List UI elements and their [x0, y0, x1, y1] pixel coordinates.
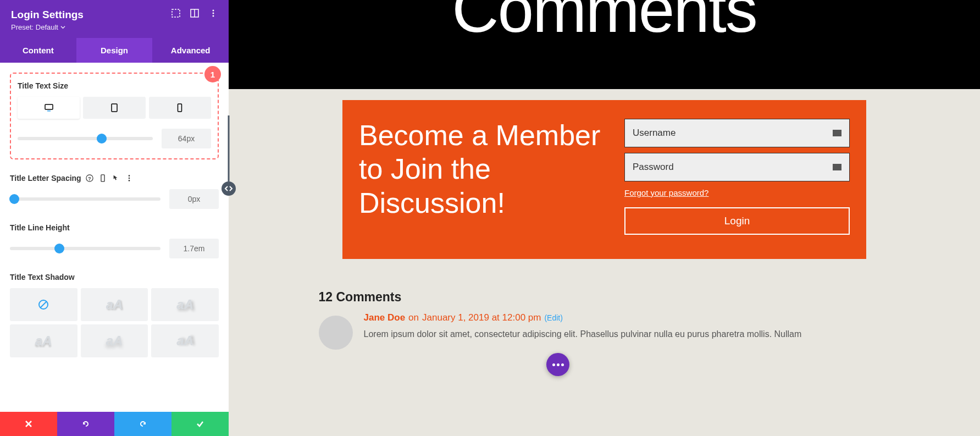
highlighted-setting: 1 Title Text Size — [10, 73, 219, 159]
username-input[interactable]: Username — [624, 119, 850, 147]
svg-point-13 — [128, 175, 130, 176]
letter-spacing-slider[interactable] — [10, 197, 160, 201]
svg-point-3 — [213, 10, 214, 12]
hero-section: Comments — [229, 0, 980, 89]
device-phone[interactable] — [149, 97, 211, 119]
autofill-icon — [833, 130, 841, 136]
tab-content[interactable]: Content — [0, 38, 76, 63]
login-button[interactable]: Login — [624, 207, 850, 235]
letter-spacing-value[interactable]: 0px — [169, 189, 219, 209]
device-tablet[interactable] — [83, 97, 145, 119]
comment-edit-link[interactable]: (Edit) — [544, 313, 562, 322]
comment-date: January 1, 2019 at 12:00 pm — [422, 312, 541, 323]
comments-section: 12 Comments Jane Doe on January 1, 2019 … — [308, 290, 901, 350]
tab-advanced[interactable]: Advanced — [152, 38, 229, 63]
none-icon — [38, 299, 49, 310]
help-icon[interactable]: ? — [86, 174, 93, 182]
check-icon — [196, 420, 204, 428]
comment-on: on — [408, 312, 419, 323]
svg-rect-8 — [112, 104, 117, 112]
shadow-preset-2[interactable]: aA — [151, 288, 219, 321]
more-icon[interactable] — [209, 9, 218, 18]
svg-rect-6 — [45, 104, 53, 109]
undo-icon — [81, 420, 90, 428]
svg-rect-12 — [101, 175, 104, 181]
desktop-icon — [45, 103, 53, 112]
cta-heading: Become a Member to Join the Discussion! — [359, 119, 602, 220]
password-input[interactable]: Password — [624, 153, 850, 181]
panel-title: Login Settings — [11, 9, 84, 21]
autofill-icon — [833, 164, 841, 170]
responsive-icon[interactable] — [99, 174, 107, 182]
svg-point-14 — [128, 178, 130, 179]
letter-spacing-label: Title Letter Spacing ? — [10, 174, 219, 183]
hero-title: Comments — [452, 0, 756, 32]
line-height-slider[interactable] — [10, 247, 160, 250]
text-shadow-label: Title Text Shadow — [10, 273, 219, 282]
tab-design[interactable]: Design — [76, 38, 153, 63]
save-button[interactable] — [171, 412, 229, 436]
comment-body: Lorem ipsum dolor sit amet, consectetur … — [364, 328, 890, 341]
more-options-icon[interactable] — [125, 174, 133, 182]
tablet-icon — [110, 103, 119, 112]
svg-rect-0 — [172, 9, 180, 17]
comments-count: 12 Comments — [319, 290, 890, 305]
panel-header: Login Settings Preset: Default — [0, 0, 229, 38]
resize-icon — [224, 184, 233, 193]
text-size-label: Title Text Size — [18, 81, 211, 90]
shadow-preset-4[interactable]: aA — [81, 324, 148, 357]
svg-point-5 — [213, 15, 214, 17]
text-size-value[interactable]: 64px — [162, 129, 211, 148]
line-height-value[interactable]: 1.7em — [169, 239, 219, 258]
svg-point-15 — [128, 180, 130, 181]
shadow-none[interactable] — [10, 288, 77, 321]
shadow-preset-1[interactable]: aA — [81, 288, 148, 321]
comment-author[interactable]: Jane Doe — [364, 312, 406, 323]
resize-handle[interactable] — [222, 181, 236, 196]
svg-text:?: ? — [88, 176, 91, 181]
undo-button[interactable] — [57, 412, 114, 436]
panel-body: 1 Title Text Size — [0, 63, 229, 412]
hover-icon[interactable] — [112, 174, 120, 182]
shadow-preset-3[interactable]: aA — [10, 324, 77, 357]
phone-icon — [175, 103, 184, 112]
expand-icon[interactable] — [171, 9, 180, 18]
close-icon — [24, 420, 33, 428]
avatar — [319, 316, 353, 350]
text-shadow-grid: aA aA aA aA aA — [10, 288, 219, 357]
settings-sidebar: Login Settings Preset: Default Content D… — [0, 0, 229, 436]
cancel-button[interactable] — [0, 412, 57, 436]
comment-item: Jane Doe on January 1, 2019 at 12:00 pm … — [319, 312, 890, 350]
callout-badge: 1 — [204, 66, 221, 82]
redo-icon — [139, 420, 147, 428]
shadow-preset-5[interactable]: aA — [151, 324, 219, 357]
settings-tabs: Content Design Advanced — [0, 38, 229, 63]
svg-rect-9 — [178, 104, 182, 112]
svg-line-17 — [40, 301, 47, 308]
chevron-down-icon — [60, 25, 65, 30]
login-cta: Become a Member to Join the Discussion! … — [342, 100, 866, 259]
svg-rect-7 — [47, 111, 51, 112]
redo-button[interactable] — [114, 412, 171, 436]
svg-point-4 — [213, 13, 214, 14]
forgot-password-link[interactable]: Forgot your password? — [624, 188, 850, 197]
preset-dropdown[interactable]: Preset: Default — [11, 23, 84, 31]
line-height-label: Title Line Height — [10, 223, 219, 232]
panel-footer — [0, 412, 229, 436]
preview-area: Comments Become a Member to Join the Dis… — [229, 0, 980, 436]
device-desktop[interactable] — [18, 97, 80, 119]
layout-icon[interactable] — [190, 9, 199, 18]
text-size-slider[interactable] — [18, 137, 153, 140]
module-actions-fab[interactable] — [546, 353, 569, 376]
